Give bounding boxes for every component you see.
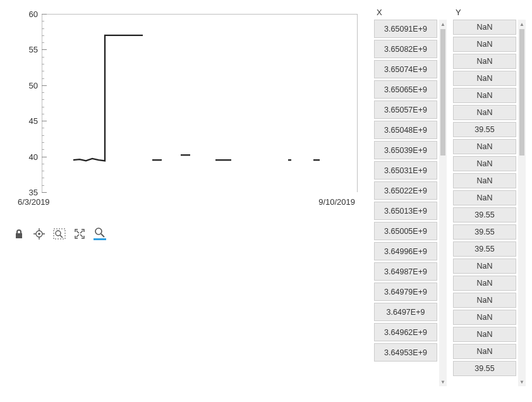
chart-toolbar (8, 222, 368, 240)
data-cell[interactable]: NaN (453, 71, 516, 86)
y-tick-label: 50 (19, 80, 38, 90)
data-cell[interactable]: 3.65082E+9 (374, 40, 437, 58)
data-cell[interactable]: 3.65091E+9 (374, 20, 437, 38)
data-cell[interactable]: NaN (453, 173, 516, 188)
y-tick-label: 60 (19, 9, 38, 19)
x-axis-label-start: 6/3/2019 (18, 197, 50, 207)
data-cell[interactable]: 3.65022E+9 (374, 181, 437, 200)
data-cell[interactable]: 3.65039E+9 (374, 141, 437, 159)
data-cell[interactable]: 3.65048E+9 (374, 121, 437, 139)
data-cell[interactable]: 3.65065E+9 (374, 80, 437, 99)
y-column-header: Y (453, 8, 526, 20)
scroll-down-icon[interactable]: ▼ (439, 377, 447, 386)
plot-line (73, 35, 143, 161)
data-cell[interactable]: NaN (453, 259, 516, 274)
data-cell[interactable]: 39.55 (453, 207, 516, 222)
data-cell[interactable]: NaN (453, 310, 516, 325)
data-cell[interactable]: 3.65057E+9 (374, 100, 437, 119)
data-cell[interactable]: NaN (453, 344, 516, 359)
data-cell[interactable]: NaN (453, 156, 516, 171)
data-cell[interactable]: NaN (453, 276, 516, 291)
data-cell[interactable]: 3.64987E+9 (374, 262, 437, 281)
y-scroll-thumb[interactable] (519, 29, 524, 155)
data-cell[interactable]: NaN (453, 88, 516, 103)
data-cell[interactable]: 3.64979E+9 (374, 283, 437, 301)
data-cell[interactable]: NaN (453, 327, 516, 342)
zoom-icon[interactable] (94, 228, 106, 240)
x-column: X 3.65091E+93.65082E+93.65074E+93.65065E… (374, 8, 447, 386)
svg-point-3 (56, 231, 61, 236)
y-tick-label: 35 (19, 188, 38, 197)
data-cell[interactable]: 39.55 (453, 241, 516, 257)
x-column-header: X (374, 8, 447, 20)
svg-point-1 (38, 233, 40, 235)
zoom-select-icon[interactable] (53, 228, 66, 240)
chart-area: 354045505560 6/3/2019 9/10/2019 (8, 8, 368, 222)
data-cell[interactable]: 3.65013E+9 (374, 202, 437, 220)
x-scrollbar[interactable]: ▲ ▼ (439, 20, 447, 386)
data-cell[interactable]: 3.65074E+9 (374, 60, 437, 78)
x-column-list: 3.65091E+93.65082E+93.65074E+93.65065E+9… (374, 20, 437, 386)
data-cell[interactable]: 3.64962E+9 (374, 323, 437, 341)
x-scroll-thumb[interactable] (440, 29, 445, 155)
data-cell[interactable]: NaN (453, 190, 516, 205)
data-cell[interactable]: 39.55 (453, 122, 516, 137)
y-scrollbar[interactable]: ▲ ▼ (518, 20, 526, 386)
y-tick (42, 192, 47, 193)
y-tick-label: 40 (19, 152, 38, 161)
data-cell[interactable]: NaN (453, 54, 516, 69)
y-tick-label: 45 (19, 116, 38, 126)
scroll-down-icon[interactable]: ▼ (518, 377, 526, 386)
data-cell[interactable]: NaN (453, 37, 516, 52)
svg-line-6 (101, 234, 104, 237)
data-cell[interactable]: 3.65031E+9 (374, 161, 437, 180)
data-cell[interactable]: NaN (453, 105, 516, 120)
chart-pane: 354045505560 6/3/2019 9/10/2019 (8, 8, 368, 386)
data-cell[interactable]: 3.65005E+9 (374, 222, 437, 240)
data-cell[interactable]: 39.55 (453, 361, 516, 376)
data-cell[interactable]: NaN (453, 20, 516, 35)
scroll-up-icon[interactable]: ▲ (439, 20, 447, 28)
lock-icon[interactable] (13, 228, 25, 240)
svg-point-5 (95, 228, 102, 234)
scroll-up-icon[interactable]: ▲ (518, 20, 526, 28)
x-axis-label-end: 9/10/2019 (318, 197, 355, 207)
svg-line-4 (60, 235, 63, 238)
data-cell[interactable]: 3.64953E+9 (374, 343, 437, 362)
y-tick-label: 55 (19, 45, 38, 54)
data-cell[interactable]: NaN (453, 139, 516, 154)
data-cell[interactable]: 3.6497E+9 (374, 303, 437, 321)
data-cell[interactable]: 3.64996E+9 (374, 242, 437, 260)
data-cell[interactable]: 39.55 (453, 224, 516, 240)
plot-canvas (42, 14, 358, 192)
data-cell[interactable]: NaN (453, 293, 516, 308)
y-column: Y NaNNaNNaNNaNNaNNaN39.55NaNNaNNaNNaN39.… (453, 8, 526, 386)
fit-icon[interactable] (73, 228, 86, 240)
y-column-list: NaNNaNNaNNaNNaNNaN39.55NaNNaNNaNNaN39.55… (453, 20, 516, 386)
target-icon[interactable] (33, 228, 45, 240)
